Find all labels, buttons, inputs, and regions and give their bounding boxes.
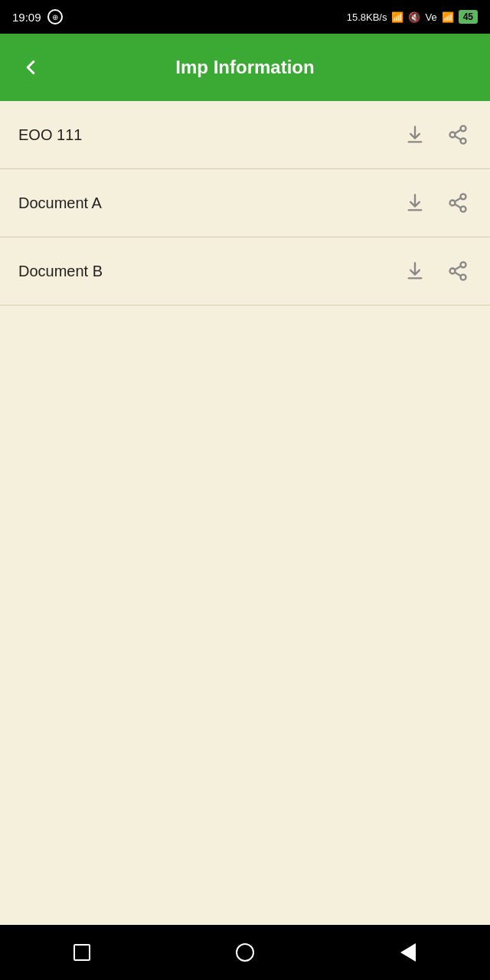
- nav-square-button[interactable]: [63, 933, 101, 972]
- signal-icon: 📶: [442, 11, 454, 23]
- battery-indicator: 45: [459, 10, 478, 24]
- svg-line-3: [455, 136, 461, 140]
- item-actions: [401, 121, 472, 149]
- circle-icon: [236, 943, 254, 962]
- share-button[interactable]: [444, 121, 472, 149]
- item-actions: [401, 257, 472, 285]
- globe-icon: ⊕: [47, 9, 63, 24]
- header: Imp Information: [0, 34, 490, 101]
- svg-line-4: [455, 130, 461, 134]
- svg-line-14: [455, 266, 461, 270]
- nav-home-button[interactable]: [226, 933, 264, 972]
- page-title: Imp Information: [61, 57, 429, 78]
- status-time: 19:09: [12, 11, 41, 24]
- document-list: EOO 111 Document A: [0, 101, 490, 925]
- square-icon: [74, 944, 90, 961]
- download-button[interactable]: [401, 121, 429, 149]
- list-item: Document A: [0, 169, 490, 237]
- svg-line-8: [455, 204, 461, 208]
- triangle-icon: [400, 943, 416, 962]
- document-name: EOO 111: [18, 126, 82, 144]
- nav-back-button[interactable]: [389, 933, 427, 972]
- list-item: Document B: [0, 237, 490, 305]
- status-bar: 19:09 ⊕ 15.8KB/s 📶 🔇 Ve 📶 45: [0, 0, 490, 34]
- bluetooth-icon: 📶: [391, 11, 403, 23]
- item-actions: [401, 189, 472, 217]
- status-left: 19:09 ⊕: [12, 9, 63, 24]
- network-speed: 15.8KB/s: [347, 11, 387, 23]
- list-item: EOO 111: [0, 101, 490, 169]
- mute-icon: 🔇: [408, 11, 420, 23]
- download-button[interactable]: [401, 257, 429, 285]
- download-button[interactable]: [401, 189, 429, 217]
- document-name: Document B: [18, 263, 103, 280]
- carrier-icon: Ve: [425, 11, 436, 23]
- share-button[interactable]: [444, 189, 472, 217]
- nav-bar: [0, 925, 490, 980]
- document-name: Document A: [18, 194, 102, 212]
- back-button[interactable]: [15, 52, 46, 83]
- svg-line-9: [455, 198, 461, 202]
- share-button[interactable]: [444, 257, 472, 285]
- svg-line-13: [455, 273, 461, 276]
- status-right: 15.8KB/s 📶 🔇 Ve 📶 45: [347, 10, 478, 24]
